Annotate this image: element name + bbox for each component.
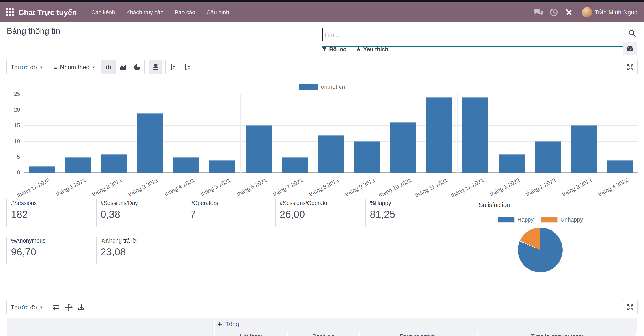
user-menu[interactable]: Trần Minh Ngọc [594, 9, 637, 16]
stat-label: %Không trả lời [100, 238, 181, 244]
y-tick-label: 25 [7, 91, 20, 97]
stat-label: #Operators [190, 200, 271, 206]
bar-tháng-4-2021[interactable] [173, 157, 199, 173]
stat-value: 23,08 [100, 246, 181, 258]
pie-chart-icon[interactable] [130, 60, 144, 74]
bar-tháng-8-2021[interactable] [318, 135, 344, 173]
x-tick-label: tháng 4 2021 [164, 177, 196, 197]
chevron-down-icon: ▾ [40, 64, 42, 70]
nav-item-1[interactable]: Khách truy cập [120, 2, 169, 22]
avatar[interactable] [582, 7, 592, 18]
app-bar: Chat Trực tuyến Các kênhKhách truy cậpBá… [0, 2, 644, 22]
pivot-total-header[interactable]: Tổng [214, 318, 637, 330]
gridline-x [24, 94, 24, 173]
groupby-button[interactable]: ≡ Nhóm theo ▾ [53, 60, 96, 74]
pivot-measures-button[interactable]: Thước đo ▾ [6, 300, 46, 314]
bar-tháng-2-2021[interactable] [101, 154, 127, 173]
gridline-x [566, 94, 566, 173]
activities-clock-icon[interactable] [549, 8, 559, 17]
x-tick-label: tháng 10 2021 [378, 177, 412, 199]
bar-tháng-1-2021[interactable] [65, 157, 91, 173]
legend-swatch [498, 216, 515, 223]
stat-label: #Sessions [11, 200, 92, 206]
search-input[interactable] [322, 23, 637, 46]
y-tick-label: 5 [7, 154, 20, 160]
clock-glyph [550, 8, 558, 16]
app-title[interactable]: Chat Trực tuyến [18, 8, 77, 17]
stat--sessions-day: #Sessions/Day0,38 [96, 199, 181, 227]
x-tick-label: tháng 1 2021 [55, 177, 87, 197]
stat-value: 81,25 [370, 208, 450, 220]
x-tick-label: tháng 2 2021 [91, 177, 123, 197]
bar-tháng-2-2022[interactable] [535, 141, 561, 173]
apps-grid-icon[interactable] [5, 8, 15, 17]
x-tick-label: tháng 12 2020 [16, 177, 51, 199]
bar-tháng-4-2022[interactable] [607, 160, 633, 173]
bar-tháng-11-2021[interactable] [426, 97, 452, 173]
bar-tháng-1-2022[interactable] [499, 154, 525, 173]
download-xlsx-icon[interactable] [75, 300, 88, 314]
gridline-x [276, 94, 277, 173]
favorites-button[interactable]: ★ Yêu thích [356, 46, 388, 53]
bar-tháng-3-2022[interactable] [571, 126, 597, 173]
bar-tháng-12-2021[interactable] [462, 97, 488, 173]
stat-label: #Sessions/Day [100, 200, 181, 206]
gridline-x [530, 94, 530, 173]
debug-tools-icon[interactable] [564, 8, 574, 17]
expand-icon [626, 304, 634, 311]
star-icon: ★ [356, 46, 361, 52]
sort-asc-icon[interactable] [180, 60, 195, 74]
legend-label: Happy [518, 216, 534, 223]
x-tick-label: tháng 12 2021 [450, 177, 485, 199]
graph-fullscreen-button[interactable] [623, 60, 638, 74]
nav-item-0[interactable]: Các kênh [86, 2, 121, 22]
expand-icon [626, 64, 634, 71]
legend-label: Unhappy [560, 216, 583, 223]
area-chart-icon[interactable] [116, 60, 130, 74]
pivot-column-2[interactable]: Days of activity [360, 331, 477, 336]
pie-legend-unhappy[interactable]: Unhappy [541, 216, 583, 223]
gridline-x [421, 94, 422, 173]
sort-desc-icon[interactable] [166, 60, 180, 74]
search-icon[interactable] [628, 30, 636, 38]
messages-icon[interactable] [534, 8, 544, 17]
pivot-column-1[interactable]: Đánh giá [288, 331, 359, 336]
filters-button[interactable]: Bộ lọc [322, 46, 346, 53]
y-tick-label: 15 [7, 122, 20, 128]
flip-axis-icon[interactable] [50, 300, 62, 314]
graph-measures-button[interactable]: Thước đo ▾ [6, 60, 46, 74]
chevron-down-icon: ▾ [40, 305, 42, 310]
x-tick-label: tháng 4 2022 [597, 177, 629, 197]
bar-tháng-12-2020[interactable] [29, 166, 55, 173]
gridline-x [638, 94, 638, 173]
groupby-label: Nhóm theo [60, 64, 90, 71]
bar-tháng-5-2021[interactable] [209, 160, 235, 173]
pie-legend-happy[interactable]: Happy [498, 216, 534, 223]
bar-tháng-9-2021[interactable] [354, 141, 380, 173]
bar-chart-icon[interactable] [101, 60, 116, 74]
gridline-x [168, 94, 168, 173]
graph-legend[interactable]: on.net.vn [0, 83, 644, 90]
x-tick-label: tháng 2 2022 [525, 177, 557, 197]
stacked-icon[interactable] [149, 60, 162, 74]
gridline-x [458, 94, 458, 173]
chevron-down-icon: ▾ [93, 64, 95, 70]
nav-item-3[interactable]: Cấu hình [201, 2, 235, 22]
gridline-y [24, 126, 638, 126]
pivot-column-0[interactable]: Hội thoại [214, 331, 287, 336]
pivot-column-3[interactable]: Time to answer (sec) [478, 331, 636, 336]
bar-tháng-3-2021[interactable] [137, 113, 163, 173]
bar-tháng-6-2021[interactable] [246, 126, 272, 173]
bar-tháng-10-2021[interactable] [390, 122, 416, 173]
nav-item-2[interactable]: Báo cáo [169, 2, 201, 22]
pivot-rowheader-cell [7, 331, 214, 336]
pivot-corner-cell [7, 318, 214, 330]
favorites-label: Yêu thích [363, 46, 388, 53]
text-caret [322, 28, 323, 41]
x-tick-label: tháng 11 2021 [414, 177, 448, 199]
pivot-fullscreen-button[interactable] [623, 300, 638, 314]
dashboard-view-switcher[interactable] [623, 42, 637, 55]
bar-tháng-7-2021[interactable] [282, 157, 308, 173]
satisfaction-pie-chart[interactable] [518, 228, 563, 272]
expand-all-icon[interactable] [62, 300, 75, 314]
